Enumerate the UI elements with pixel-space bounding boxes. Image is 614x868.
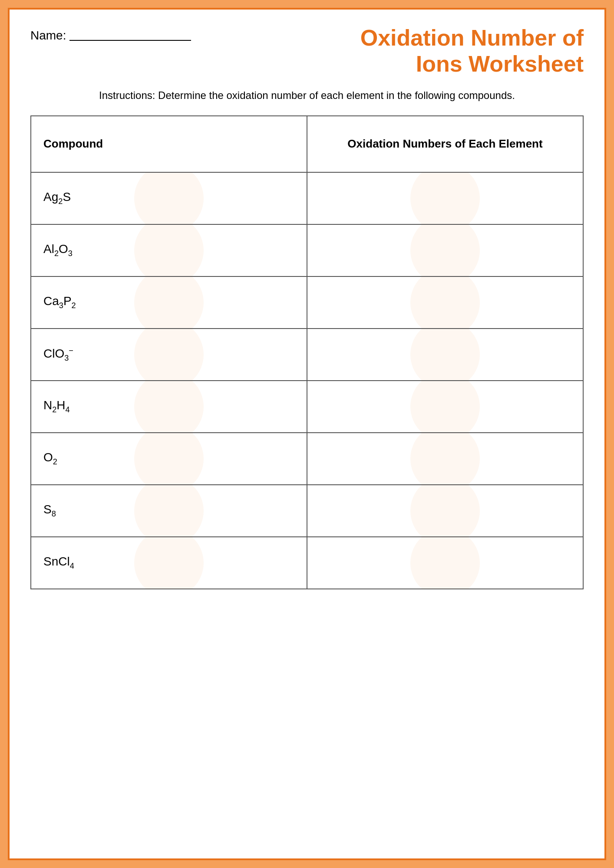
col-header-compound: Compound <box>31 116 307 172</box>
answer-cell[interactable] <box>307 276 583 329</box>
answer-cell[interactable] <box>307 485 583 537</box>
compound-cell: S8 <box>31 485 307 537</box>
header-area: Name: Oxidation Number of Ions Worksheet <box>30 25 584 77</box>
table-row: ClO3− <box>31 329 583 381</box>
table-header-row: Compound Oxidation Numbers of Each Eleme… <box>31 116 583 172</box>
compound-formula: S8 <box>43 503 56 516</box>
col-header-oxidation: Oxidation Numbers of Each Element <box>307 116 583 172</box>
compound-formula: Ca3P2 <box>43 294 76 308</box>
name-line: Name: <box>30 25 191 43</box>
table-row: N2H4 <box>31 381 583 433</box>
compound-cell: Ca3P2 <box>31 276 307 329</box>
table-row: S8 <box>31 485 583 537</box>
worksheet-page: Name: Oxidation Number of Ions Worksheet… <box>8 8 606 860</box>
table-row: O2 <box>31 433 583 485</box>
compound-formula: N2H4 <box>43 398 70 412</box>
compound-cell: SnCl4 <box>31 537 307 589</box>
compound-cell: O2 <box>31 433 307 485</box>
answer-cell[interactable] <box>307 224 583 276</box>
table-row: Ca3P2 <box>31 276 583 329</box>
compound-formula: ClO3− <box>43 347 73 360</box>
title-block: Oxidation Number of Ions Worksheet <box>360 25 584 77</box>
worksheet-title: Oxidation Number of Ions Worksheet <box>360 25 584 77</box>
compound-table: Compound Oxidation Numbers of Each Eleme… <box>30 115 584 589</box>
compound-formula: Ag2S <box>43 190 71 204</box>
compound-formula: Al2O3 <box>43 242 73 256</box>
name-label: Name: <box>30 29 66 43</box>
name-input-line <box>69 30 191 41</box>
table-row: Al2O3 <box>31 224 583 276</box>
compound-cell: ClO3− <box>31 329 307 381</box>
answer-cell[interactable] <box>307 329 583 381</box>
answer-cell[interactable] <box>307 433 583 485</box>
compound-cell: Al2O3 <box>31 224 307 276</box>
table-row: SnCl4 <box>31 537 583 589</box>
compound-cell: Ag2S <box>31 172 307 224</box>
compound-formula: SnCl4 <box>43 555 74 568</box>
compound-formula: O2 <box>43 450 57 464</box>
answer-cell[interactable] <box>307 537 583 589</box>
instructions-text: Instructions: Determine the oxidation nu… <box>30 88 584 103</box>
answer-cell[interactable] <box>307 381 583 433</box>
answer-cell[interactable] <box>307 172 583 224</box>
compound-cell: N2H4 <box>31 381 307 433</box>
table-row: Ag2S <box>31 172 583 224</box>
